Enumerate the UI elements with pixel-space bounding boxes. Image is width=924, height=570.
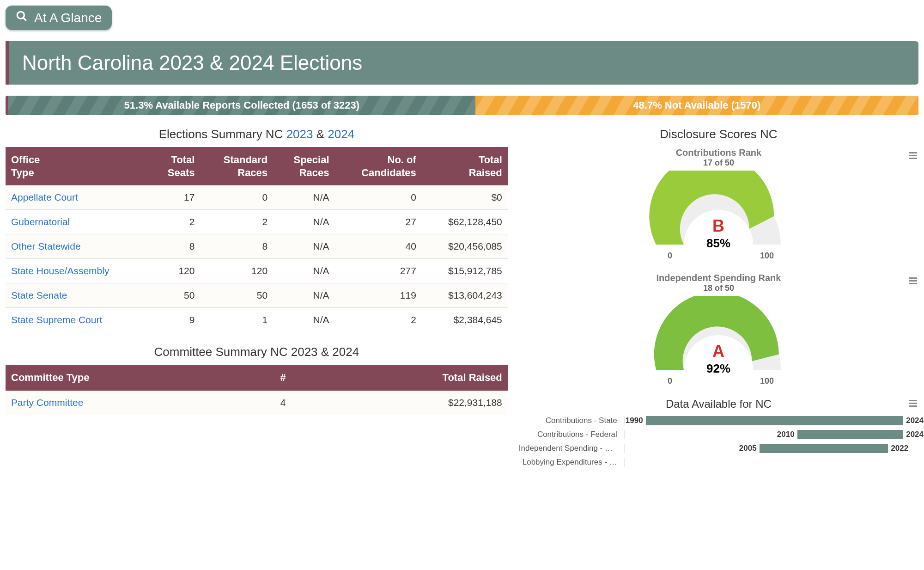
svg-rect-11 <box>909 283 917 284</box>
office-link[interactable]: State Senate <box>11 290 67 300</box>
table-row: Party Committee4$22,931,188 <box>6 391 508 415</box>
elections-summary-table: Office Type Total Seats Standard Races S… <box>6 147 508 332</box>
timeline-row: Lobbying Expenditures - … <box>519 457 918 468</box>
table-row: Appellate Court170N/A0$0 <box>6 185 508 210</box>
svg-text:85%: 85% <box>706 236 730 250</box>
svg-text:92%: 92% <box>706 362 730 375</box>
timeline-label: Lobbying Expenditures - … <box>519 458 625 467</box>
page-title: North Carolina 2023 & 2024 Elections <box>6 41 918 85</box>
table-row: Gubernatorial22N/A27$62,128,450 <box>6 210 508 234</box>
office-link[interactable]: Appellate Court <box>11 192 78 202</box>
contributions-gauge: Contributions Rank 17 of 50 B85%0100 <box>519 147 918 263</box>
svg-rect-4 <box>909 158 917 159</box>
timeline-bar <box>797 430 904 439</box>
col-total-seats: Total Seats <box>150 147 200 185</box>
svg-rect-17 <box>909 403 917 404</box>
table-row: State House/Assembly120120N/A277$15,912,… <box>6 259 508 283</box>
at-a-glance-button[interactable]: At A Glance <box>6 6 112 30</box>
committee-summary-table: Committee Type # Total Raised Party Comm… <box>6 365 508 415</box>
col-committee-type: Committee Type <box>6 365 259 391</box>
col-total-raised: Total Raised <box>422 147 508 185</box>
svg-rect-18 <box>909 405 917 407</box>
at-a-glance-label: At A Glance <box>34 11 102 25</box>
search-icon <box>16 10 34 25</box>
svg-rect-2 <box>909 152 917 153</box>
progress-not-available: 48.7% Not Available (1570) <box>475 96 918 115</box>
col-special-races: Special Races <box>273 147 334 185</box>
svg-text:100: 100 <box>760 251 774 260</box>
office-link[interactable]: State Supreme Court <box>11 314 102 325</box>
timeline-row: Contributions - Federal20102024 <box>519 429 918 440</box>
timeline-row: Independent Spending - S…20052022 <box>519 443 918 454</box>
timeline-bar <box>760 444 888 453</box>
reports-progress-bar: 51.3% Available Reports Collected (1653 … <box>6 96 918 115</box>
table-row: State Supreme Court91N/A2$2,384,645 <box>6 308 508 332</box>
data-available-timeline: Contributions - State19902024Contributio… <box>519 415 918 468</box>
office-link[interactable]: Other Statewide <box>11 241 81 251</box>
svg-text:A: A <box>712 342 724 361</box>
timeline-row: Contributions - State19902024 <box>519 415 918 426</box>
svg-text:0: 0 <box>668 376 672 386</box>
year-link-2024[interactable]: 2024 <box>328 127 354 141</box>
svg-text:B: B <box>712 216 724 235</box>
data-available-menu[interactable] <box>907 398 918 411</box>
svg-point-0 <box>17 12 24 18</box>
office-link[interactable]: State House/Assembly <box>11 265 109 276</box>
gauge-contributions-svg: B85%0100 <box>640 171 797 263</box>
elections-summary-heading: Elections Summary NC 2023 & 2024 <box>6 127 508 141</box>
timeline-label: Contributions - State <box>519 416 625 425</box>
svg-text:100: 100 <box>760 376 774 386</box>
table-row: State Senate5050N/A119$13,604,243 <box>6 283 508 308</box>
svg-rect-9 <box>909 277 917 279</box>
svg-line-1 <box>23 18 26 21</box>
committee-link[interactable]: Party Committee <box>11 397 83 408</box>
independent-spending-gauge: Independent Spending Rank 18 of 50 A92%0… <box>519 272 918 388</box>
gauge-spending-svg: A92%0100 <box>640 296 797 388</box>
svg-rect-16 <box>909 400 917 401</box>
svg-rect-3 <box>909 155 917 156</box>
office-link[interactable]: Gubernatorial <box>11 216 70 227</box>
svg-text:0: 0 <box>668 251 672 260</box>
committee-summary-heading: Committee Summary NC 2023 & 2024 <box>6 345 508 359</box>
gauge-menu-contributions[interactable] <box>907 150 918 163</box>
svg-rect-10 <box>909 280 917 282</box>
timeline-label: Independent Spending - S… <box>519 444 625 453</box>
col-committee-count: # <box>259 365 307 391</box>
progress-collected: 51.3% Available Reports Collected (1653 … <box>8 96 475 115</box>
gauge-menu-spending[interactable] <box>907 275 918 288</box>
col-committee-raised: Total Raised <box>307 365 508 391</box>
disclosure-scores-heading: Disclosure Scores NC <box>519 127 918 141</box>
col-standard-races: Standard Races <box>200 147 273 185</box>
timeline-label: Contributions - Federal <box>519 430 625 439</box>
col-office-type: Office Type <box>6 147 150 185</box>
year-link-2023[interactable]: 2023 <box>286 127 313 141</box>
table-row: Other Statewide88N/A40$20,456,085 <box>6 234 508 259</box>
timeline-bar <box>646 416 904 425</box>
col-candidates: No. of Candidates <box>335 147 422 185</box>
data-available-heading: Data Available for NC <box>519 398 918 411</box>
